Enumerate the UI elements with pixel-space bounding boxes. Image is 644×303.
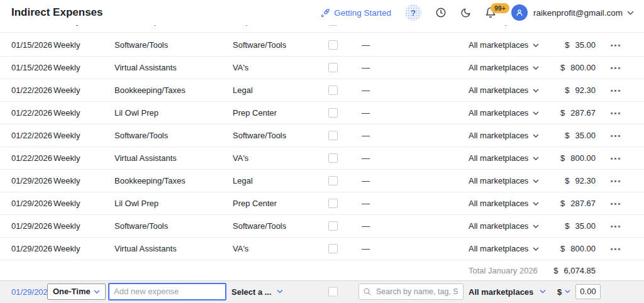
row-date: 01/22/2026 (11, 153, 53, 163)
row-category: Prep Center (233, 108, 328, 118)
row-marketplace-dropdown[interactable]: All marketplaces (469, 25, 540, 26)
row-checkbox[interactable] (328, 244, 338, 253)
row-menu-button[interactable]: ••• (596, 200, 644, 207)
row-menu-button[interactable]: ••• (596, 132, 644, 140)
table-row: 01/22/2026 Weekly Virtual Assistants VA'… (0, 147, 644, 170)
row-note: — (362, 131, 469, 140)
row-category: Legal (233, 85, 328, 95)
new-expense-date[interactable]: 01/29/2026 (11, 287, 52, 296)
row-marketplace-label: All marketplaces (469, 153, 528, 163)
row-name: Software/Tools (114, 131, 233, 140)
row-date: 01/15/2026 (11, 40, 53, 50)
row-checkbox[interactable] (328, 85, 338, 95)
row-currency: $ (560, 63, 565, 72)
category-select[interactable]: Select a ... (231, 287, 283, 296)
row-checkbox[interactable] (328, 108, 338, 118)
marketplace-select[interactable]: All marketplaces (469, 287, 546, 296)
row-marketplace-dropdown[interactable]: All marketplaces (469, 244, 540, 253)
row-category: Prep Center (233, 25, 328, 26)
row-note: — (362, 244, 469, 253)
account-menu[interactable]: raikenprofit@gmail.com (533, 8, 634, 18)
dark-mode-toggle[interactable] (460, 8, 471, 18)
currency-select[interactable]: $ (557, 287, 570, 296)
row-marketplace-dropdown[interactable]: All marketplaces (469, 221, 540, 231)
row-amount-cell: $ 287.67 (540, 199, 596, 208)
clock-icon (435, 7, 447, 18)
new-expense-checkbox[interactable] (328, 287, 338, 296)
row-amount: 92.30 (575, 85, 596, 95)
row-checkbox[interactable] (328, 63, 338, 72)
getting-started-link[interactable]: Getting Started (321, 8, 391, 18)
row-checkbox[interactable] (328, 25, 338, 26)
rocket-icon (321, 8, 330, 18)
row-checkbox[interactable] (328, 131, 338, 140)
row-date: 01/29/2026 (11, 221, 53, 231)
row-checkbox[interactable] (328, 153, 338, 163)
row-amount: 287.67 (570, 199, 596, 208)
row-checkbox[interactable] (328, 176, 338, 185)
row-amount: 35.00 (575, 131, 596, 140)
row-note: — (362, 85, 469, 95)
user-icon (515, 8, 524, 17)
table-row: 01/29/2026 Weekly Bookkeeping/Taxes Lega… (0, 170, 644, 192)
expense-rows: 01/15/2026 Weekly Software/Tools Softwar… (0, 34, 644, 260)
row-marketplace-dropdown[interactable]: All marketplaces (469, 40, 540, 50)
row-checkbox[interactable] (328, 221, 338, 231)
row-frequency: Weekly (53, 108, 114, 118)
notifications-button[interactable]: 99+ (485, 7, 496, 18)
row-marketplace-dropdown[interactable]: All marketplaces (469, 176, 540, 185)
row-amount-cell: $ 800.00 (540, 153, 596, 163)
row-menu-button[interactable]: ••• (596, 64, 644, 72)
row-name: Virtual Assistants (114, 63, 233, 72)
table-row: 01/15/2026 Weekly Lil Owl Prep Prep Cent… (0, 25, 644, 33)
table-row: 01/15/2026 Weekly Virtual Assistants VA'… (0, 57, 644, 79)
new-expense-bar: 01/29/2026 One-Time Select a ... All mar… (0, 280, 644, 302)
currency-symbol: $ (557, 287, 562, 296)
row-marketplace-dropdown[interactable]: All marketplaces (469, 63, 540, 72)
header-actions: Getting Started ? (321, 4, 634, 21)
add-expense-input[interactable] (108, 283, 226, 300)
row-amount-cell: $ 35.00 (540, 221, 596, 231)
history-button[interactable] (435, 7, 447, 18)
chevron-down-icon (533, 202, 539, 206)
search-input[interactable] (375, 287, 459, 297)
frequency-select[interactable]: One-Time (47, 284, 106, 300)
row-marketplace-dropdown[interactable]: All marketplaces (469, 199, 540, 208)
row-menu-button[interactable]: ••• (596, 109, 644, 117)
row-marketplace-dropdown[interactable]: All marketplaces (469, 131, 540, 140)
row-menu-button[interactable]: ••• (596, 41, 644, 49)
amount-input[interactable] (575, 284, 601, 299)
row-amount: 287.67 (570, 25, 596, 26)
help-button[interactable]: ? (405, 4, 421, 21)
row-marketplace-dropdown[interactable]: All marketplaces (469, 153, 540, 163)
row-menu-button[interactable]: ••• (596, 177, 644, 185)
row-marketplace-label: All marketplaces (469, 244, 528, 253)
row-name: Software/Tools (114, 221, 233, 231)
row-name: Software/Tools (114, 40, 233, 50)
row-marketplace-label: All marketplaces (469, 131, 528, 140)
row-currency: $ (565, 85, 569, 95)
row-frequency: Weekly (53, 153, 114, 163)
row-amount: 287.67 (570, 108, 596, 118)
chevron-down-icon (533, 134, 539, 138)
avatar[interactable] (511, 4, 528, 21)
row-menu-button[interactable]: ••• (596, 155, 644, 162)
row-amount: 35.00 (575, 221, 596, 231)
row-amount-cell: $ 92.30 (540, 176, 596, 185)
row-currency: $ (560, 108, 565, 118)
row-menu-button[interactable]: ••• (596, 223, 644, 230)
table-row: 01/22/2026 Weekly Lil Owl Prep Prep Cent… (0, 102, 644, 124)
row-note: — (362, 63, 469, 72)
row-marketplace-dropdown[interactable]: All marketplaces (469, 108, 540, 118)
row-menu-button[interactable]: ••• (596, 245, 644, 253)
indirect-expenses-page: Indirect Expenses Getting Started ? (0, 0, 644, 303)
row-marketplace-dropdown[interactable]: All marketplaces (469, 85, 540, 95)
row-checkbox[interactable] (328, 40, 338, 50)
row-amount-cell: $ 92.30 (540, 85, 596, 95)
row-name: Lil Owl Prep (114, 108, 233, 118)
row-menu-button[interactable]: ••• (596, 87, 644, 94)
row-checkbox[interactable] (328, 199, 338, 208)
row-amount: 800.00 (570, 244, 596, 253)
table-row: 01/29/2026 Weekly Virtual Assistants VA'… (0, 238, 644, 260)
search-icon (363, 287, 375, 295)
